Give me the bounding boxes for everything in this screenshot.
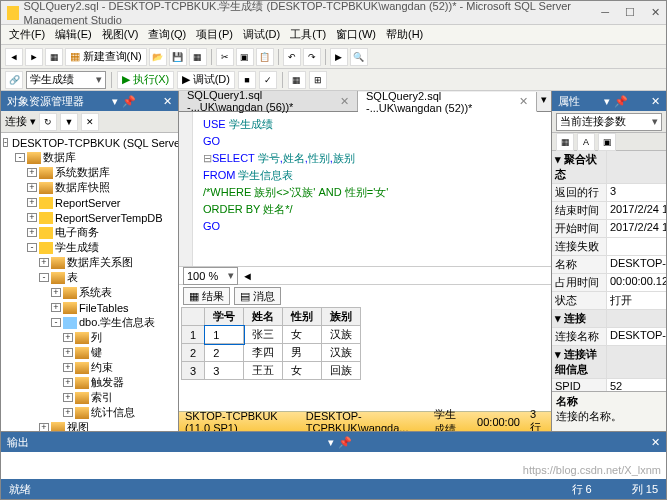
- table-row: 11张三女汉族: [182, 326, 361, 344]
- table-row: 22李四男汉族: [182, 344, 361, 362]
- menu-window[interactable]: 窗口(W): [332, 26, 380, 43]
- status-time: 00:00:00: [477, 416, 520, 428]
- back-button[interactable]: ◄: [5, 48, 23, 66]
- toolbar-query: 🔗 学生成绩▾ ▶ 执行(X) ▶ 调试(D) ■ ✓ ▦ ⊞: [1, 69, 666, 91]
- menu-help[interactable]: 帮助(H): [382, 26, 427, 43]
- disconnect-button[interactable]: ✕: [81, 113, 99, 131]
- change-conn-button[interactable]: 🔗: [5, 71, 23, 89]
- status-rows: 3 行: [530, 408, 545, 431]
- new-query-button[interactable]: ▦ 新建查询(N): [65, 48, 147, 66]
- title-bar: SQLQuery2.sql - DESKTOP-TCPBKUK.学生成绩 (DE…: [1, 1, 666, 25]
- copy-button[interactable]: ▣: [236, 48, 254, 66]
- status-col: 列 15: [632, 482, 658, 497]
- close-icon[interactable]: ✕: [340, 95, 349, 108]
- props-header: 属性▾📌✕: [552, 91, 666, 111]
- fwd-button[interactable]: ►: [25, 48, 43, 66]
- panel-close-icon[interactable]: ✕: [651, 436, 660, 449]
- cut-button[interactable]: ✂: [216, 48, 234, 66]
- table-row: 33王五女回族: [182, 362, 361, 380]
- menu-edit[interactable]: 编辑(E): [51, 26, 96, 43]
- prop-description: 名称连接的名称。: [552, 391, 666, 431]
- menu-debug[interactable]: 调试(D): [239, 26, 284, 43]
- filter-button[interactable]: ▼: [60, 113, 78, 131]
- object-explorer-panel: 对象资源管理器 ▾ 📌 ✕ 连接▾ ↻ ▼ ✕ -DESKTOP-TCPBKUK…: [1, 91, 179, 431]
- zoom-combo[interactable]: 100 %▾: [183, 267, 238, 285]
- results-grid[interactable]: 学号姓名性别族别 11张三女汉族 22李四男汉族 33王五女回族: [179, 305, 551, 411]
- status-user: DESKTOP-TCPBKUK\wangda...: [306, 410, 425, 432]
- refresh-button[interactable]: ↻: [39, 113, 57, 131]
- open-button[interactable]: 📂: [149, 48, 167, 66]
- nav-button[interactable]: ▶: [330, 48, 348, 66]
- close-button[interactable]: ✕: [651, 6, 660, 19]
- redo-button[interactable]: ↷: [303, 48, 321, 66]
- pin-icon[interactable]: 📌: [122, 95, 136, 108]
- status-db: 学生成绩: [434, 407, 467, 432]
- tab-query2[interactable]: SQLQuery2.sql -...UK\wangdan (52))*✕: [358, 92, 537, 112]
- status-line: 行 6: [572, 482, 592, 497]
- save-button[interactable]: 💾: [169, 48, 187, 66]
- object-tree[interactable]: -DESKTOP-TCPBKUK (SQL Server -数据库 +系统数据库…: [1, 133, 178, 431]
- tab-messages[interactable]: ▤消息: [234, 287, 281, 305]
- parse-button[interactable]: ✓: [259, 71, 277, 89]
- menu-view[interactable]: 视图(V): [98, 26, 143, 43]
- tab-query1[interactable]: SQLQuery1.sql -...UK\wangdan (56))*✕: [179, 91, 358, 111]
- tab-results[interactable]: ▦结果: [183, 287, 230, 305]
- az-button[interactable]: A: [577, 133, 595, 151]
- status-bar: 就绪 行 6 列 15: [1, 479, 666, 499]
- menu-tools[interactable]: 工具(T): [286, 26, 330, 43]
- minimize-button[interactable]: ─: [601, 6, 609, 19]
- cat-button[interactable]: ▦: [556, 133, 574, 151]
- pin-icon[interactable]: 📌: [338, 436, 352, 449]
- menu-query[interactable]: 查询(Q): [144, 26, 190, 43]
- maximize-button[interactable]: ☐: [625, 6, 635, 19]
- new-project-button[interactable]: ▦: [45, 48, 63, 66]
- app-icon: [7, 6, 19, 20]
- status-server: SKTOP-TCPBKUK (11.0 SP1): [185, 410, 296, 432]
- database-combo[interactable]: 学生成绩▾: [26, 71, 106, 89]
- sql-editor[interactable]: USE 学生成绩 GO ⊟SELECT 学号,姓名,性别,族别 FROM 学生信…: [179, 112, 551, 267]
- execute-button[interactable]: ▶ 执行(X): [117, 71, 174, 89]
- grid-icon: ▦: [189, 290, 199, 303]
- zoom-bar: 100 %▾ ◄: [179, 267, 551, 285]
- menu-file[interactable]: 文件(F): [5, 26, 49, 43]
- explorer-toolbar: 连接▾ ↻ ▼ ✕: [1, 111, 178, 133]
- menu-project[interactable]: 项目(P): [192, 26, 237, 43]
- opts-button[interactable]: ⊞: [309, 71, 327, 89]
- find-button[interactable]: 🔍: [350, 48, 368, 66]
- document-tabs: SQLQuery1.sql -...UK\wangdan (56))*✕ SQL…: [179, 91, 551, 112]
- stop-button[interactable]: ■: [238, 71, 256, 89]
- query-status-bar: SKTOP-TCPBKUK (11.0 SP1) DESKTOP-TCPBKUK…: [179, 411, 551, 431]
- menu-bar: 文件(F) 编辑(E) 视图(V) 查询(Q) 项目(P) 调试(D) 工具(T…: [1, 25, 666, 45]
- panel-close-icon[interactable]: ✕: [651, 95, 660, 108]
- explorer-header: 对象资源管理器 ▾ 📌 ✕: [1, 91, 178, 111]
- prop-button[interactable]: ▣: [598, 133, 616, 151]
- tab-dropdown[interactable]: ▾: [537, 91, 551, 111]
- saveall-button[interactable]: ▦: [189, 48, 207, 66]
- result-tabs: ▦结果 ▤消息: [179, 285, 551, 305]
- connect-label[interactable]: 连接: [5, 114, 27, 129]
- editor-area: SQLQuery1.sql -...UK\wangdan (56))*✕ SQL…: [179, 91, 551, 431]
- properties-panel: 属性▾📌✕ 当前连接参数▾ ▦A▣ ▾ 聚合状态 返回的行3 结束时间2017/…: [551, 91, 666, 431]
- props-combo[interactable]: 当前连接参数▾: [556, 113, 662, 131]
- toolbar-main: ◄ ► ▦ ▦ 新建查询(N) 📂 💾 ▦ ✂ ▣ 📋 ↶ ↷ ▶ 🔍: [1, 45, 666, 69]
- pin-icon[interactable]: 📌: [614, 95, 628, 108]
- close-icon[interactable]: ✕: [519, 95, 528, 108]
- status-ready: 就绪: [9, 482, 31, 497]
- paste-button[interactable]: 📋: [256, 48, 274, 66]
- debug-btn[interactable]: ▶ 调试(D): [177, 71, 235, 89]
- window-title: SQLQuery2.sql - DESKTOP-TCPBKUK.学生成绩 (DE…: [23, 0, 601, 26]
- msg-icon: ▤: [240, 290, 250, 303]
- plan-button[interactable]: ▦: [288, 71, 306, 89]
- panel-close-icon[interactable]: ✕: [163, 95, 172, 108]
- watermark: https://blog.csdn.net/X_lxnm: [523, 464, 661, 476]
- undo-button[interactable]: ↶: [283, 48, 301, 66]
